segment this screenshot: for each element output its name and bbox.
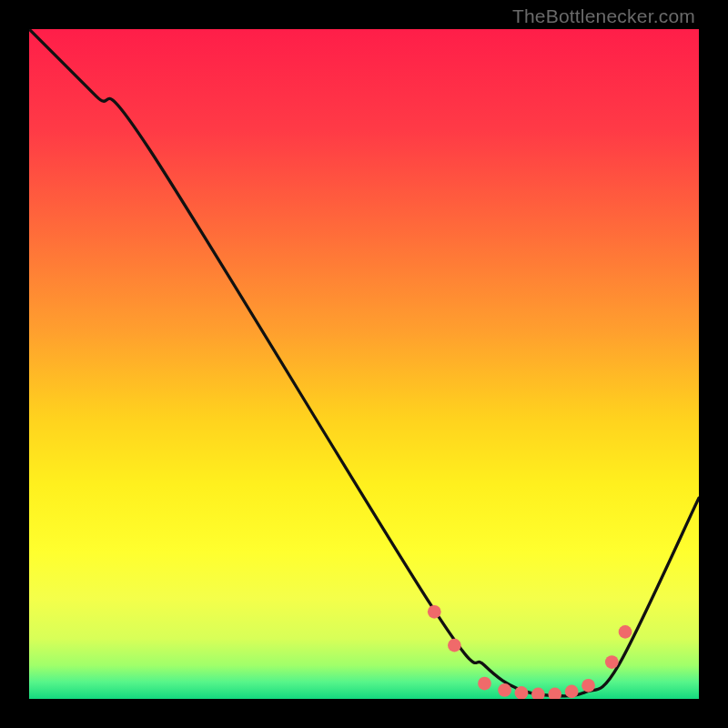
watermark-text: TheBottlenecker.com bbox=[512, 5, 695, 27]
highlight-dot bbox=[565, 685, 579, 699]
highlight-dot bbox=[498, 683, 511, 697]
highlight-dot bbox=[531, 687, 545, 699]
highlight-dot bbox=[605, 655, 619, 669]
highlight-dot bbox=[448, 639, 461, 652]
highlight-dot bbox=[478, 677, 491, 691]
bottleneck-curve bbox=[29, 29, 699, 696]
plot-area bbox=[29, 29, 699, 699]
chart-frame: TheBottlenecker.com bbox=[0, 0, 728, 728]
highlight-dot bbox=[619, 625, 632, 639]
highlight-dot bbox=[548, 687, 561, 699]
highlight-dots bbox=[428, 605, 632, 699]
highlight-dot bbox=[581, 679, 595, 693]
curve-overlay bbox=[29, 29, 699, 699]
highlight-dot bbox=[428, 605, 441, 619]
